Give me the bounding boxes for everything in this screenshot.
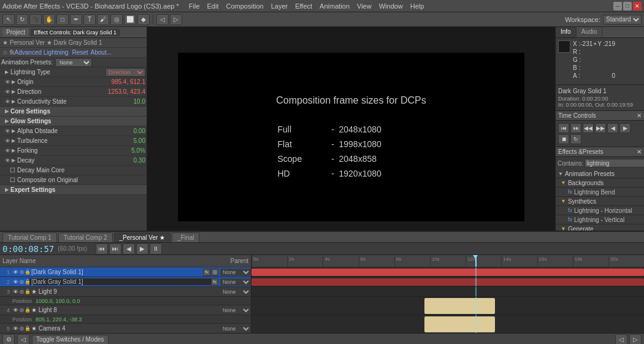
tab-final[interactable]: _Final <box>172 232 199 242</box>
layer-vis-3[interactable]: 👁 <box>11 288 20 296</box>
animation-presets-dropdown[interactable]: None <box>55 58 92 67</box>
layer-lock-5[interactable]: 🔒 <box>25 326 29 331</box>
reset-btn[interactable]: Reset <box>72 49 88 56</box>
toggle-switches-btn[interactable]: Toggle Switches / Modes <box>32 335 109 345</box>
tool-brush[interactable]: 🖌 <box>97 14 109 25</box>
menu-animation[interactable]: Animation <box>320 2 350 10</box>
alpha-value[interactable]: 0.00 <box>134 128 145 134</box>
menu-file[interactable]: File <box>189 2 200 10</box>
tl-tool2[interactable]: ⏭ <box>109 243 121 254</box>
layer-mode-3[interactable]: None <box>220 288 251 296</box>
menu-edit[interactable]: Edit <box>207 2 219 10</box>
menu-help[interactable]: Help <box>410 2 424 10</box>
search-input[interactable] <box>585 159 644 167</box>
tree-synthetics[interactable]: ▼ Synthetics <box>556 197 644 206</box>
layer-vis-1[interactable]: 👁 <box>11 268 20 277</box>
layer-vis-4[interactable]: 👁 <box>11 306 20 315</box>
layer-lock-4[interactable]: 🔒 <box>25 307 29 313</box>
menu-composition[interactable]: Composition <box>226 2 264 10</box>
decay-eye[interactable]: 👁 <box>5 158 10 164</box>
layer-solo-1[interactable]: ◎ <box>20 269 25 275</box>
menu-view[interactable]: View <box>357 2 372 10</box>
layer-ctrl-2a[interactable]: fx <box>211 278 218 286</box>
tool-camera[interactable]: 🎥 <box>29 14 42 25</box>
tc-loop[interactable]: ↻ <box>570 134 581 144</box>
tool-extra2[interactable]: ▷ <box>170 14 182 25</box>
conductivity-value[interactable]: 10.0 <box>134 98 145 105</box>
tool-mask-rect[interactable]: □ <box>56 14 69 25</box>
menu-layer[interactable]: Layer <box>271 2 288 10</box>
direction-eye[interactable]: 👁 <box>5 89 10 95</box>
decay-value[interactable]: 0.30 <box>134 157 145 164</box>
forking-value[interactable]: 5.0% <box>131 147 145 154</box>
tl-tool3[interactable]: ◀ <box>123 243 135 254</box>
lightning-type-value[interactable]: Direction <box>105 68 145 77</box>
maximize-button[interactable]: □ <box>623 2 632 10</box>
forking-eye[interactable]: 👁 <box>5 148 10 154</box>
tree-lightning-bend[interactable]: fx Lightning Bend <box>556 188 644 197</box>
tool-text[interactable]: T <box>83 14 96 25</box>
layer-lock-1[interactable]: 🔒 <box>25 269 29 275</box>
layer-lock-2[interactable]: 🔒 <box>25 279 29 285</box>
layer-mode-1[interactable]: None <box>220 269 251 276</box>
origin-eye[interactable]: 👁 <box>5 79 10 85</box>
layer-mode-4[interactable]: None <box>220 307 251 314</box>
tree-lightning-horizontal[interactable]: fx Lightning - Horizontal <box>556 206 644 215</box>
layer-solo-4[interactable]: ◎ <box>20 307 25 313</box>
origin-value[interactable]: 985.4, 612.1 <box>111 78 145 85</box>
tab-effect-controls[interactable]: Effect Controls: Dark Gray Solid 1 <box>30 29 120 36</box>
composite-original-checkbox[interactable]: ☐ <box>10 177 15 183</box>
tool-extra1[interactable]: ◁ <box>156 14 169 25</box>
tl-scroll-right[interactable]: ▷ <box>629 334 642 345</box>
tool-puppet[interactable]: ◆ <box>137 14 150 25</box>
layer-solo-3[interactable]: ◎ <box>20 289 25 294</box>
time-controls-header[interactable]: Time Controls ✕ <box>556 111 644 121</box>
decay-main-core-checkbox[interactable]: ☐ <box>10 167 15 174</box>
layer-vis-2[interactable]: 👁 <box>11 278 20 286</box>
tab-info[interactable]: Info <box>556 27 577 37</box>
tab-tutorial-comp2[interactable]: Tutorial Comp 2 <box>58 232 113 242</box>
layer-lock-3[interactable]: 🔒 <box>25 289 29 294</box>
tool-pen[interactable]: ✒ <box>70 14 82 25</box>
turbulence-value[interactable]: 5.00 <box>134 137 145 144</box>
tc-play[interactable]: ▶ <box>619 123 631 133</box>
menu-window[interactable]: Window <box>379 2 403 10</box>
tl-tool4[interactable]: ▶ <box>136 243 148 254</box>
tool-rotate[interactable]: ↻ <box>16 14 28 25</box>
layer-solo-5[interactable]: ◎ <box>20 326 25 331</box>
tc-next-frame[interactable]: ▶▶ <box>595 123 606 133</box>
layer-mode-2[interactable]: None <box>220 278 251 286</box>
tl-bottom-tool2[interactable]: ◁ <box>17 334 29 345</box>
tc-prev-frame[interactable]: ◀◀ <box>583 123 594 133</box>
tree-animation-presets[interactable]: ▼ Animation Presets <box>556 169 644 178</box>
tc-last[interactable]: ⏭ <box>570 123 581 133</box>
minimize-button[interactable]: ─ <box>613 2 622 10</box>
timecode-display[interactable]: 0:00:08:57 <box>2 244 54 254</box>
time-controls-close[interactable]: ✕ <box>637 112 642 119</box>
tl-scroll-left[interactable]: ◁ <box>615 334 627 345</box>
close-button[interactable]: ✕ <box>633 2 642 10</box>
tab-personal-ver[interactable]: _Personal Ver ★ <box>114 232 171 242</box>
tool-select[interactable]: ↖ <box>2 14 15 25</box>
core-settings-row[interactable]: ▶ Core Settings <box>0 107 147 117</box>
tab-audio[interactable]: Audio <box>577 27 603 37</box>
effects-presets-close[interactable]: ✕ <box>637 148 642 155</box>
tree-lightning-vertical[interactable]: fx Lightning - Vertical <box>556 215 644 224</box>
layer-4-sub-value[interactable]: 805.1, 220.4, -38.3 <box>36 316 82 323</box>
menu-effect[interactable]: Effect <box>295 2 312 10</box>
layer-3-sub-value[interactable]: 1000.0, 100.0, 0.0 <box>36 298 80 304</box>
layer-ctrl-1a[interactable]: fx <box>203 269 210 276</box>
alpha-eye[interactable]: 👁 <box>5 128 10 134</box>
tl-bottom-tool1[interactable]: ⚙ <box>2 334 15 345</box>
layer-ctrl-1b[interactable]: ◎ <box>211 269 218 276</box>
expert-settings-row[interactable]: ▶ Expert Settings <box>0 185 147 195</box>
tree-backgrounds[interactable]: ▼ Backgrounds <box>556 178 644 188</box>
turbulence-eye[interactable]: 👁 <box>5 138 10 144</box>
glow-settings-row[interactable]: ▶ Glow Settings <box>0 117 147 126</box>
direction-value[interactable]: 1253.0, 423.4 <box>108 88 145 95</box>
tool-eraser[interactable]: ⬜ <box>124 14 136 25</box>
layer-solo-2[interactable]: ◎ <box>20 279 25 285</box>
conductivity-eye[interactable]: 👁 <box>5 99 10 105</box>
tc-first[interactable]: ⏮ <box>558 123 569 133</box>
tab-project[interactable]: Project <box>2 28 29 36</box>
